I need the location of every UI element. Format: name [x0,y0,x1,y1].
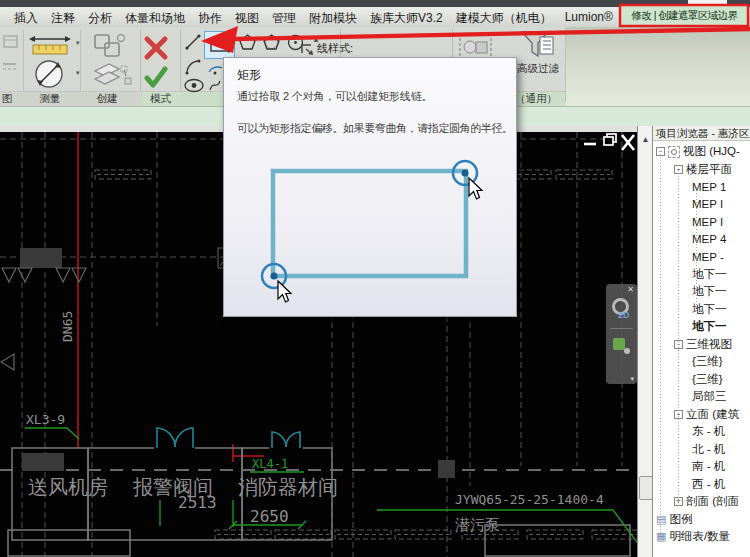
tree-item-basement-view[interactable]: 地下一 [653,301,750,319]
aligned-dimension-icon[interactable] [28,33,74,57]
create-parts-icon[interactable] [92,61,134,89]
tree-item-label: MEP 1 [692,181,726,193]
tree-item-label: 图例 [669,512,692,527]
ribbon-empty-area [565,27,750,106]
tooltip-title: 矩形 [237,67,261,84]
spline-tool-icon[interactable] [208,78,222,93]
tab-manage[interactable]: 管理 [272,10,296,27]
line-style-group: 线样式: [300,41,353,56]
tree-item-mep-view[interactable]: MEP I [653,213,750,231]
tree-item-schedules[interactable]: ▦ 明细表/数量 [653,528,750,546]
tab-model-master[interactable]: 建模大师（机电） [456,10,552,27]
tree-item-3d-view[interactable]: {三维} [653,353,750,371]
tab-addins[interactable]: 附加模块 [309,10,357,27]
tree-item-elevations[interactable]: - 立面 (建筑 [653,406,750,424]
scrollbar-thumb[interactable] [639,476,653,500]
draw-rectangle-tool-selected[interactable] [204,31,235,59]
tree-item-label: 局部三 [692,389,727,404]
arc-tool-icon[interactable] [184,58,203,77]
navigation-bar[interactable]: ✕ 2D ▾ [606,284,637,384]
create-group-icon[interactable] [93,32,129,60]
tree-item-basement-view[interactable]: 地下一 [653,266,750,284]
line-style-icon [300,42,314,56]
zoom-tool-dot [624,348,630,354]
room-label-fire-equipment-room: 消防器材间 [238,475,338,499]
tab-analyze[interactable]: 分析 [88,10,112,27]
tree-item-partial-3d[interactable]: 局部三 [653,388,750,406]
pick-lines-eye-icon[interactable] [184,78,205,93]
rectangle-tool-tooltip: 矩形 通过拾取 2 个对角，可以创建矩形线链。 可以为矩形指定偏移。如果要弯曲角… [223,57,517,317]
tree-item-elevation-west[interactable]: 西 - 机 [653,476,750,494]
tree-item-label: {三维} [692,354,723,369]
panel-label-partial: 图 [0,92,17,106]
panel-label-mode: 模式 [141,92,180,106]
circumscribed-polygon-tool-icon[interactable] [262,33,281,52]
tree-item-elevation-south[interactable]: 南 - 机 [653,458,750,476]
tab-massing-site[interactable]: 体量和场地 [125,10,185,27]
tree-item-elevation-east[interactable]: 东 - 机 [653,423,750,441]
clipped-tool-icon[interactable] [1,59,19,79]
panel-label-measure: 测量 [28,92,72,106]
tree-item-floor-plans[interactable]: - 楼层平面 [653,161,750,179]
diameter-dimension-icon[interactable] [30,58,72,90]
dropdown-arrow-icon[interactable]: ▾ [76,69,80,77]
tab-view[interactable]: 视图 [235,10,259,27]
tree-item-label: 楼层平面 [686,162,732,177]
tab-modify-create-mask-boundary[interactable]: 修改 | 创建遮罩区域边界 [621,5,748,26]
canvas-vertical-scrollbar[interactable]: ▲ [637,126,653,557]
tree-item-sections[interactable]: + 剖面 (剖面 [653,493,750,511]
tree-item-elevation-north[interactable]: 北 - 机 [653,441,750,459]
navbar-more-icon[interactable]: ▾ [630,375,634,383]
tooltip-description-1: 通过拾取 2 个对角，可以创建矩形线链。 [237,89,432,104]
advanced-filter-icon[interactable] [520,30,556,62]
finish-mode-icon[interactable] [144,65,168,89]
cancel-mode-icon[interactable] [143,35,169,61]
scrollbar-up-icon[interactable]: ▲ [638,132,653,148]
tree-item-label: 西 - 机 [692,477,725,492]
tree-item-label: 地下一 [692,319,727,334]
dimension-2650: 2650 [250,507,289,526]
navbar-close-icon[interactable]: ✕ [627,285,634,294]
room-label-fan-room: 送风机房 [28,475,108,499]
cursor-icon [469,178,482,199]
clipped-tool-icon[interactable] [1,31,21,57]
tree-item-label: {三维} [692,372,723,387]
riser-label-xl39: XL3-9 [26,412,65,427]
dropdown-arrow-icon[interactable]: ▾ [76,39,80,47]
tree-item-mep-view[interactable]: MEP 1 [653,178,750,196]
tree-item-3d-views[interactable]: - 三维视图 [653,336,750,354]
tree-item-label: 剖面 (剖面 [686,494,739,509]
navbar-divider [610,328,633,329]
tab-lumion[interactable]: Lumion® [565,10,613,27]
tree-item-label: 地下一 [692,284,727,299]
tree-item-label: 地下一 [692,302,727,317]
tree-item-mep-view[interactable]: MEP I [653,196,750,214]
tree-item-basement-view[interactable]: 地下一 [653,283,750,301]
tree-item-mep-view[interactable]: MEP - [653,248,750,266]
tree-item-basement-view-active[interactable]: 地下一 [653,318,750,336]
zoom-tool-icon[interactable] [613,338,625,350]
tree-item-label: 南 - 机 [692,459,725,474]
tree-item-views[interactable]: - 视图 (HJQ- [653,143,750,161]
navbar-2d-label[interactable]: 2D [618,310,630,320]
tab-insert[interactable]: 插入 [14,10,38,27]
project-browser-title[interactable]: 项目浏览器 - 惠济区 [653,126,750,141]
inscribed-polygon-tool-icon[interactable] [238,33,257,52]
draw-line-tool-icon[interactable] [184,33,203,52]
tab-collaborate[interactable]: 协作 [198,10,222,27]
tab-annotate[interactable]: 注释 [51,10,75,27]
project-browser-panel[interactable]: 项目浏览器 - 惠济区 - 视图 (HJQ- - 楼层平面 MEP 1 MEP … [652,126,750,557]
rectangle-tool-icon [209,37,231,53]
tree-item-label: 东 - 机 [692,424,725,439]
tooltip-description-2: 可以为矩形指定偏移。如果要弯曲角，请指定圆角的半径。 [237,121,513,136]
tree-item-3d-view[interactable]: {三维} [653,371,750,389]
tree-item-label: 三维视图 [686,337,732,352]
pump-name-label: 潜污泵 [455,516,500,534]
riser-label-xl41: XL4-1 [252,457,288,471]
views-icon [668,146,680,158]
tab-family-master[interactable]: 族库大师V3.2 [370,10,443,27]
tree-item-label: 北 - 机 [692,442,725,457]
tree-item-label: 明细表/数量 [669,529,730,544]
tree-item-legends[interactable]: ▤ 图例 [653,511,750,529]
tree-item-mep-view[interactable]: MEP 4 [653,231,750,249]
